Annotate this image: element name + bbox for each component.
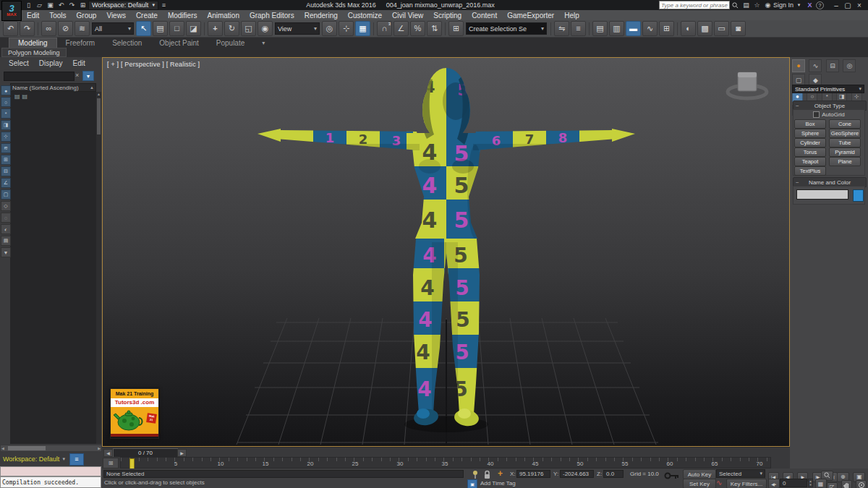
y-coord-field[interactable]: -2024.663 (560, 470, 594, 478)
create-pyramid-button[interactable]: Pyramid (829, 147, 861, 157)
menu-gameexporter[interactable]: GameExporter (502, 10, 559, 20)
add-time-tag[interactable]: Add Time Tag (478, 479, 572, 487)
menu-create[interactable]: Create (131, 10, 163, 20)
workspace-selector-value[interactable]: Workspace: Default (3, 455, 59, 463)
ribbon-tab-object-paint[interactable]: Object Paint (150, 38, 207, 48)
communication-icon[interactable]: ▤ (741, 1, 751, 9)
create-cone-button[interactable]: Cone (829, 119, 861, 129)
window-crossing-icon[interactable]: ◪ (186, 21, 201, 36)
named-selection-set-dropdown[interactable]: Create Selection Se ▾ (466, 22, 547, 35)
ribbon-tab-modeling[interactable]: Modeling (9, 38, 57, 48)
frame-forward-icon[interactable]: ▶ (177, 449, 187, 457)
unlink-selection-icon[interactable]: ⊘ (58, 21, 73, 36)
tab-hierarchy[interactable]: ⊟ (826, 59, 839, 72)
search-icon[interactable] (731, 1, 740, 9)
explorer-search-input[interactable] (4, 72, 75, 81)
new-file-icon[interactable]: ▯ (24, 1, 33, 9)
toggle-ribbon-icon[interactable]: ▬ (626, 21, 641, 36)
timeline-ruler[interactable]: 5 10 15 20 25 30 35 40 45 50 55 60 65 70 (120, 457, 771, 468)
create-geosphere-button[interactable]: GeoSphere (829, 129, 861, 138)
display-bones-icon[interactable]: ∠ (1, 178, 11, 188)
display-groups-icon[interactable]: ⊞ (1, 155, 11, 165)
viewport-menu-shading[interactable]: [ Realistic ] (166, 61, 200, 68)
create-box-button[interactable]: Box (794, 119, 826, 129)
align-icon[interactable]: ≡ (571, 21, 586, 36)
edit-named-selection-sets-icon[interactable]: ⊞ (448, 21, 464, 36)
clear-search-icon[interactable]: × (75, 72, 79, 79)
explorer-sort-icon[interactable]: ▼ (1, 247, 11, 257)
open-file-icon[interactable]: ▱ (35, 1, 44, 9)
orbit-icon[interactable] (856, 480, 867, 488)
menu-scripting[interactable]: Scripting (428, 10, 467, 20)
display-frozen-icon[interactable]: ◇ (1, 201, 11, 211)
menu-tools[interactable]: Tools (44, 10, 71, 20)
render-setup-icon[interactable]: ▩ (697, 21, 712, 36)
maxscript-listener-output[interactable]: Compilation succeeded. (0, 476, 101, 488)
mini-curve-editor-icon[interactable]: ⊞ (103, 458, 119, 468)
display-geometry-icon[interactable]: ● (1, 85, 11, 95)
menu-rendering[interactable]: Rendering (299, 10, 343, 20)
menu-graph-editors[interactable]: Graph Editors (244, 10, 299, 20)
display-children-icon[interactable]: ▤ (1, 236, 11, 246)
ribbon-tab-selection[interactable]: Selection (103, 38, 150, 48)
help-icon[interactable]: ? (816, 1, 824, 9)
render-production-icon[interactable]: ◙ (731, 21, 746, 36)
viewcube[interactable] (726, 68, 769, 101)
transform-gizmo-icon[interactable]: + (498, 468, 503, 479)
explorer-menu-edit[interactable]: Edit (73, 59, 85, 67)
angle-snap-icon[interactable]: ∠ (393, 21, 409, 36)
bind-to-spacewarp-icon[interactable]: ≋ (75, 21, 90, 36)
sign-in-chevron-icon[interactable]: ▾ (794, 1, 804, 9)
object-color-swatch[interactable] (853, 189, 864, 202)
polygon-modeling-panel[interactable]: Polygon Modeling (1, 48, 67, 57)
explorer-menu-select[interactable]: Select (9, 59, 29, 67)
display-helpers-icon[interactable]: ⊹ (1, 132, 11, 142)
close-button[interactable]: × (854, 1, 865, 9)
redo-icon[interactable]: ↷ (67, 1, 77, 9)
ribbon-tab-freeform[interactable]: Freeform (57, 38, 104, 48)
field-of-view-icon[interactable]: ◸ (827, 482, 838, 488)
key-mode-toggle-icon[interactable]: ◀▪ (768, 479, 780, 488)
ribbon-config-icon[interactable]: ▾ (253, 38, 273, 48)
time-slider-row[interactable]: ◀ 0 / 70 ▶ (102, 447, 790, 457)
mirror-icon[interactable]: ⇋ (554, 21, 569, 36)
max-logo[interactable]: 3 MAX (1, 1, 22, 21)
viewport-menu-general[interactable]: [ + ] (107, 61, 119, 68)
menu-animation[interactable]: Animation (202, 10, 244, 20)
select-and-scale-icon[interactable]: ◱ (241, 21, 256, 36)
set-key-button[interactable]: Set Key (683, 479, 716, 488)
toggle-layer-explorer-icon[interactable]: ▥ (609, 21, 624, 36)
viewport-label[interactable]: [ + ] [ Perspective ] [ Realistic ] (107, 61, 200, 68)
create-textplus-button[interactable]: TextPlus (794, 166, 826, 176)
sign-in-link[interactable]: Sign In (773, 1, 793, 9)
select-and-place-icon[interactable]: ◉ (258, 21, 273, 36)
ribbon-tab-populate[interactable]: Populate (208, 38, 253, 48)
reference-coordinate-dropdown[interactable]: View ▾ (275, 22, 320, 35)
display-spacewarps-icon[interactable]: ≋ (1, 143, 11, 153)
frame-spinner[interactable]: ▲▼ (808, 479, 813, 487)
display-cameras-icon[interactable]: ◨ (1, 120, 11, 130)
snap-toggle-3d-icon[interactable]: ∩3 (377, 21, 392, 36)
scroll-left-icon[interactable]: ◀ (1, 446, 4, 450)
menu-modifiers[interactable]: Modifiers (163, 10, 203, 20)
create-cylinder-button[interactable]: Cylinder (794, 138, 826, 147)
key-mode-dropdown[interactable]: Selected ▾ (716, 469, 765, 478)
rectangular-selection-region-icon[interactable]: □ (169, 21, 184, 36)
communicate-icon[interactable]: ▣ (467, 479, 477, 488)
menu-content[interactable]: Content (467, 10, 502, 20)
select-and-move-icon[interactable]: + (208, 21, 223, 36)
list-item[interactable]: ▤ ▤ (10, 92, 96, 100)
object-name-field[interactable] (796, 189, 848, 200)
minimize-button[interactable]: – (830, 1, 842, 9)
star-favorites-icon[interactable]: ☆ (752, 1, 762, 9)
schematic-view-icon[interactable]: ⊞ (659, 21, 674, 36)
current-frame-field[interactable]: 0 (780, 479, 807, 487)
maxscript-mini-listener[interactable] (0, 466, 101, 476)
undo-icon[interactable]: ↶ (56, 1, 66, 9)
use-pivot-center-icon[interactable]: ◎ (322, 21, 337, 36)
redo-icon[interactable]: ↷ (20, 21, 35, 36)
tab-motion[interactable]: ◎ (843, 59, 856, 72)
restore-button[interactable]: ▢ (842, 1, 854, 9)
rendered-frame-window-icon[interactable]: ▭ (714, 21, 729, 36)
create-sphere-button[interactable]: Sphere (794, 129, 826, 138)
